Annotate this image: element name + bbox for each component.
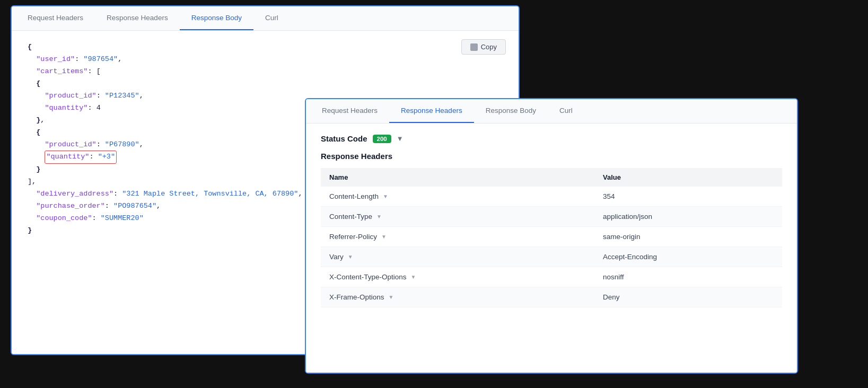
tab-response-headers-front[interactable]: Response Headers: [389, 99, 474, 123]
header-name-cell: X-Frame-Options ▼: [321, 287, 594, 307]
status-badge: 200: [373, 135, 391, 143]
panel-response-headers: Request Headers Response Headers Respons…: [305, 98, 798, 374]
tab-request-headers-back[interactable]: Request Headers: [16, 6, 95, 30]
tab-response-body-front[interactable]: Response Body: [474, 99, 548, 123]
header-name-cell: Content-Length ▼: [321, 187, 594, 207]
dropdown-arrow-icon[interactable]: ▼: [376, 214, 382, 219]
status-label: Status Code: [321, 134, 367, 143]
header-name: Content-Length: [329, 192, 379, 200]
tab-request-headers-front[interactable]: Request Headers: [310, 99, 389, 123]
header-name-cell: X-Content-Type-Options ▼: [321, 267, 594, 287]
table-row: Content-Length ▼ 354: [321, 187, 782, 207]
header-value-cell: same-origin: [594, 227, 782, 247]
dropdown-arrow-icon[interactable]: ▼: [411, 274, 416, 280]
table-row: Vary ▼ Accept-Encoding: [321, 247, 782, 267]
tab-response-body-back[interactable]: Response Body: [180, 6, 253, 30]
header-name: Content-Type: [329, 213, 372, 221]
header-name: X-Content-Type-Options: [329, 273, 407, 281]
table-row: X-Content-Type-Options ▼ nosniff: [321, 267, 782, 287]
header-value-cell: Accept-Encoding: [594, 247, 782, 267]
copy-button[interactable]: Copy: [461, 39, 506, 55]
copy-label: Copy: [481, 43, 497, 51]
header-value-cell: 354: [594, 187, 782, 207]
tab-curl-front[interactable]: Curl: [548, 99, 584, 123]
dropdown-arrow-icon[interactable]: ▼: [389, 294, 394, 300]
header-name: Referrer-Policy: [329, 233, 377, 241]
header-value-cell: Deny: [594, 287, 782, 307]
header-value-cell: nosniff: [594, 267, 782, 287]
tab-curl-back[interactable]: Curl: [253, 6, 290, 30]
dropdown-arrow-icon[interactable]: ▼: [381, 234, 387, 240]
tab-response-headers-back[interactable]: Response Headers: [95, 6, 180, 30]
header-value-cell: application/json: [594, 207, 782, 227]
tab-bar-back: Request Headers Response Headers Respons…: [12, 6, 519, 31]
header-name-cell: Vary ▼: [321, 247, 594, 267]
table-row: X-Frame-Options ▼ Deny: [321, 287, 782, 307]
copy-icon: [470, 43, 478, 51]
filter-icon[interactable]: ▼: [397, 135, 404, 143]
table-row: Content-Type ▼ application/json: [321, 207, 782, 227]
section-title: Response Headers: [321, 152, 782, 161]
header-name: X-Frame-Options: [329, 293, 384, 301]
col-header-name: Name: [321, 168, 594, 187]
header-name: Vary: [329, 253, 344, 261]
headers-table: Name Value Content-Length ▼ 354 Content-…: [321, 168, 782, 307]
header-name-cell: Referrer-Policy ▼: [321, 227, 594, 247]
dropdown-arrow-icon[interactable]: ▼: [348, 254, 353, 260]
col-header-value: Value: [594, 168, 782, 187]
status-row: Status Code 200 ▼: [321, 134, 782, 143]
dropdown-arrow-icon[interactable]: ▼: [383, 193, 388, 199]
panel-content: Status Code 200 ▼ Response Headers Name …: [306, 124, 797, 373]
header-name-cell: Content-Type ▼: [321, 207, 594, 227]
table-row: Referrer-Policy ▼ same-origin: [321, 227, 782, 247]
tab-bar-front: Request Headers Response Headers Respons…: [306, 99, 797, 124]
table-header-row: Name Value: [321, 168, 782, 187]
